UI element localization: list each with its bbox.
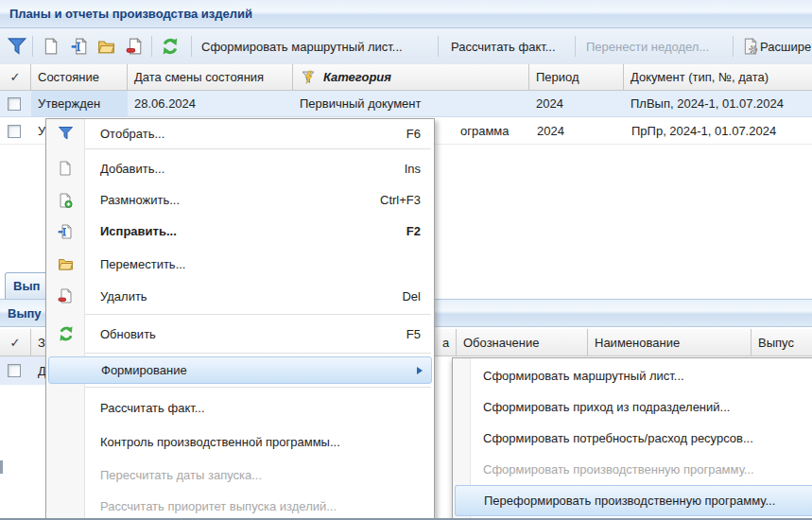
filter-icon xyxy=(58,126,74,141)
toolbar-separator xyxy=(191,36,192,57)
menu-item-filter[interactable]: Отобрать... F6 xyxy=(46,121,434,146)
menu-item-calculate-fact[interactable]: Рассчитать факт... xyxy=(46,390,434,425)
carry-over-button: Перенести недодел... xyxy=(586,28,709,64)
menu-item-recalc-launch-dates: Пересчитать даты запуска... xyxy=(46,459,434,491)
toolbar-separator xyxy=(733,36,734,57)
submenu-item-incoming[interactable]: Сформировать приход из подразделений... xyxy=(453,391,812,423)
menu-item-refresh[interactable]: Обновить F5 xyxy=(46,318,434,350)
toolbar-separator xyxy=(575,36,576,57)
menu-item-move[interactable]: Переместить... xyxy=(46,247,434,281)
menu-separator xyxy=(49,353,431,354)
extended-button-label[interactable]: Расшире xyxy=(760,28,811,64)
menu-separator xyxy=(49,314,431,315)
edit-document-icon xyxy=(71,38,88,55)
delete-document-icon xyxy=(126,38,143,55)
menu-item-delete[interactable]: Удалить Del xyxy=(46,281,434,311)
new-document-icon xyxy=(58,161,73,176)
formation-submenu: Сформировать маршрутный лист... Сформиро… xyxy=(452,357,812,520)
table-row-selected[interactable]: Утвержден 28.06.2024 Первичный документ … xyxy=(0,91,812,117)
extended-button[interactable] xyxy=(739,35,762,58)
document-column-header[interactable]: Документ (тип, №, дата) xyxy=(624,64,812,90)
state-cell[interactable]: Утвержден xyxy=(31,91,128,116)
period-cell[interactable]: 2024 xyxy=(529,91,624,116)
scrollbar-fragment[interactable] xyxy=(0,460,3,474)
category-filter-lightning-icon xyxy=(300,70,319,85)
form-route-sheet-button[interactable]: Сформировать маршрутный лист... xyxy=(201,28,403,64)
submenu-item-resources[interactable]: Сформировать потребность/расход ресурсов… xyxy=(453,423,812,454)
checkbox-icon xyxy=(8,125,21,138)
menu-separator xyxy=(49,387,431,388)
gear-document-icon xyxy=(742,38,759,55)
move-button[interactable] xyxy=(95,35,117,58)
menu-item-add[interactable]: Добавить... Ins xyxy=(46,152,434,184)
refresh-icon xyxy=(161,37,180,56)
edit-button[interactable] xyxy=(68,35,91,58)
submenu-item-reform-program[interactable]: Переформировать производственную програм… xyxy=(455,485,812,516)
submenu-item-form-program: Сформировать производственную программу.… xyxy=(453,454,812,485)
row-checkbox[interactable] xyxy=(8,356,21,385)
checkbox-icon xyxy=(8,97,21,111)
add-button[interactable] xyxy=(40,35,62,58)
state-column-header[interactable]: Состояние xyxy=(31,64,128,90)
toolbar: Сформировать маршрутный лист... Рассчита… xyxy=(0,28,812,64)
document-cell: ПрПр, 2024-1, 01.07.2024 xyxy=(631,118,776,144)
folder-icon xyxy=(58,256,74,271)
menu-item-formation[interactable]: Формирование xyxy=(48,356,432,384)
duplicate-document-icon xyxy=(58,193,73,208)
production-plans-window: Планы и отчеты производства изделий xyxy=(0,0,812,520)
category-column-header[interactable]: Категория xyxy=(293,64,529,90)
designation-column-header[interactable]: Обозначение xyxy=(457,329,588,355)
toolbar-separator xyxy=(151,36,152,57)
menu-item-calc-priority: Рассчитать приоритет выпуска изделий... xyxy=(46,491,434,520)
menu-item-program-control[interactable]: Контроль производственной программы... xyxy=(46,425,434,459)
check-column-header[interactable]: ✓ xyxy=(0,329,31,355)
edit-document-icon xyxy=(58,224,73,239)
checkmark-icon: ✓ xyxy=(10,336,21,350)
row-checkbox[interactable] xyxy=(8,118,21,144)
check-column-header[interactable]: ✓ xyxy=(0,64,31,90)
menu-item-duplicate[interactable]: Размножить... Ctrl+F3 xyxy=(46,184,434,216)
hidden-column-header-fragment: а xyxy=(442,329,449,355)
calculate-fact-button[interactable]: Рассчитать факт... xyxy=(451,28,556,64)
date-column-header[interactable]: Дата смены состояния xyxy=(128,64,293,90)
menu-separator xyxy=(49,148,431,149)
plans-table-header: ✓ Состояние Дата смены состояния Категор… xyxy=(0,64,812,91)
panel-title-bar: Планы и отчеты производства изделий xyxy=(0,0,812,28)
category-cell[interactable]: Первичный документ xyxy=(293,91,529,116)
new-document-icon xyxy=(43,38,60,55)
delete-document-icon xyxy=(58,288,73,303)
submenu-arrow-icon xyxy=(417,367,423,374)
filter-button[interactable] xyxy=(6,35,28,58)
folder-icon xyxy=(97,38,115,55)
checkmark-icon: ✓ xyxy=(10,70,21,84)
name-column-header[interactable]: Наименование xyxy=(588,329,752,355)
page-title: Планы и отчеты производства изделий xyxy=(9,7,252,21)
document-cell[interactable]: ПлВып, 2024-1, 01.07.2024 xyxy=(624,91,812,116)
date-cell[interactable]: 28.06.2024 xyxy=(128,91,293,116)
toolbar-separator xyxy=(438,36,439,57)
submenu-item-route-sheet[interactable]: Сформировать маршрутный лист... xyxy=(453,360,812,391)
row-checkbox[interactable] xyxy=(8,91,21,116)
filter-icon xyxy=(7,37,27,56)
refresh-button[interactable] xyxy=(159,35,181,58)
context-menu: Отобрать... F6 Добавить... Ins Размножит… xyxy=(45,118,435,520)
refresh-icon xyxy=(58,325,75,342)
period-column-header[interactable]: Период xyxy=(529,64,624,90)
menu-item-edit[interactable]: Исправить... F2 xyxy=(46,216,434,247)
checkbox-icon xyxy=(8,364,21,377)
period-cell: 2024 xyxy=(537,118,564,144)
delete-button[interactable] xyxy=(123,35,146,58)
toolbar-separator xyxy=(32,36,33,57)
category-cell-fragment: ограмма xyxy=(460,118,510,144)
output-column-header[interactable]: Выпус xyxy=(752,329,812,355)
